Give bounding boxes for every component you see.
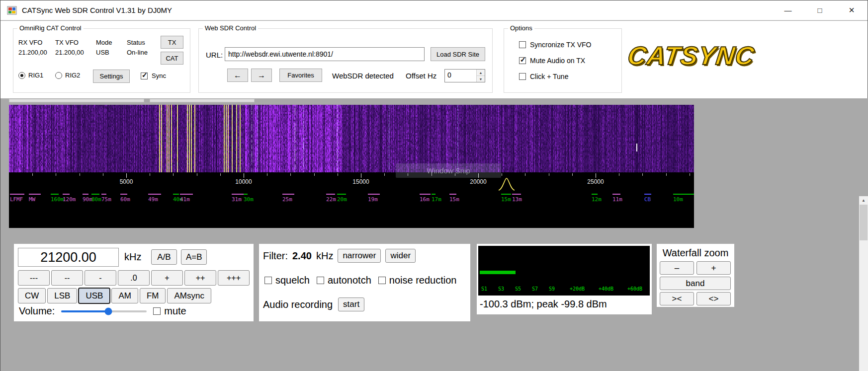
rig1-radio[interactable] [18, 72, 25, 79]
band-label-31m[interactable]: 31m [232, 196, 242, 203]
zoom-shrink-button[interactable]: >< [660, 292, 694, 305]
scale-tick [103, 173, 103, 176]
vfo-aeqb-button[interactable]: A=B [181, 249, 207, 265]
settings-button[interactable]: Settings [93, 70, 130, 83]
band-label-25m[interactable]: 25m [282, 196, 292, 203]
band-label-22m[interactable]: 22m [326, 196, 336, 203]
offset-hz-stepper[interactable]: 0 ▲ ▼ [444, 69, 485, 82]
step-button-+++[interactable]: +++ [218, 270, 250, 286]
band-label-11m[interactable]: 11m [612, 196, 622, 203]
band-label-CB[interactable]: CB [644, 196, 651, 203]
band-label-80m[interactable]: 80m [91, 196, 101, 203]
mode-button-CW[interactable]: CW [18, 288, 46, 303]
band-label-30m[interactable]: 30m [244, 196, 254, 203]
back-arrow-button[interactable]: ← [227, 69, 248, 82]
waterfall-display[interactable]: 500010000150002000025000 LFMFMW160m120m9… [9, 105, 694, 228]
offset-up-icon[interactable]: ▲ [477, 70, 485, 76]
url-input[interactable] [225, 47, 425, 61]
click-tune-checkbox[interactable] [519, 73, 526, 80]
band-label-49m[interactable]: 49m [148, 196, 158, 203]
dsp-options-row: squelch autonotch noise reduction [264, 275, 456, 286]
band-label-13m[interactable]: 13m [512, 196, 522, 203]
sync-option-row[interactable]: Sync [141, 72, 166, 79]
volume-slider-thumb[interactable] [104, 307, 112, 315]
band-label-15m[interactable]: 15m [501, 196, 511, 203]
rig2-radio[interactable] [55, 72, 62, 79]
mode-button-AMsync[interactable]: AMsync [167, 288, 211, 303]
zoom-band-button[interactable]: band [660, 277, 731, 290]
waterfall-canvas[interactable] [9, 105, 694, 172]
rig1-radio-row[interactable]: RIG1 [18, 72, 43, 79]
band-label-MW[interactable]: MW [29, 196, 35, 203]
noise-reduction-checkbox[interactable] [378, 277, 386, 284]
mode-button-USB[interactable]: USB [79, 288, 110, 303]
band-label-90m[interactable]: 90m [83, 196, 92, 203]
squelch-checkbox[interactable] [264, 277, 272, 284]
step-button-+[interactable]: + [151, 270, 183, 286]
scale-tick [314, 173, 315, 176]
scroll-up-icon[interactable]: ▲ [859, 196, 868, 205]
option-click-tune[interactable]: Click + Tune [519, 73, 568, 80]
band-label-75m[interactable]: 75m [101, 196, 111, 203]
narrower-button[interactable]: narrower [338, 249, 381, 263]
autonotch-checkbox[interactable] [317, 277, 324, 284]
mode-button-AM[interactable]: AM [111, 288, 138, 303]
step-button--[interactable]: - [85, 270, 116, 286]
autonotch-option[interactable]: autonotch [317, 275, 371, 286]
option-mute-audio-on-tx[interactable]: Mute Audio on TX [519, 57, 585, 65]
band-label-LF[interactable]: LF [10, 196, 16, 203]
step-button---[interactable]: -- [51, 270, 83, 286]
zoom-expand-button[interactable]: <> [696, 292, 731, 305]
squelch-option[interactable]: squelch [264, 275, 310, 286]
minimize-button[interactable]: — [772, 0, 804, 20]
band-label-60m[interactable]: 60m [120, 196, 130, 203]
signal-strength-reading: -100.3 dBm; peak -99.8 dBm [480, 298, 607, 310]
recording-start-button[interactable]: start [338, 297, 364, 311]
maximize-button[interactable]: □ [804, 0, 836, 20]
band-label-19m[interactable]: 19m [368, 196, 378, 203]
close-button[interactable]: × [836, 0, 868, 20]
tx-button[interactable]: TX [161, 36, 183, 49]
band-label-41m[interactable]: 41m [180, 196, 190, 203]
forward-arrow-button[interactable]: → [251, 69, 272, 82]
wider-button[interactable]: wider [385, 249, 416, 263]
band-label-15m[interactable]: 15m [449, 196, 459, 203]
band-label-MF[interactable]: MF [16, 196, 23, 203]
frequency-input[interactable] [18, 248, 119, 267]
zoom-out-button[interactable]: – [660, 261, 694, 275]
band-label-120m[interactable]: 120m [63, 196, 76, 203]
app-window: CATSync Web SDR Control V1.31 by DJ0MY —… [0, 0, 868, 371]
step-button-++[interactable]: ++ [184, 270, 216, 286]
band-label-160m[interactable]: 160m [51, 196, 64, 203]
band-label-10m[interactable]: 10m [673, 196, 683, 203]
band-label-20m[interactable]: 20m [337, 196, 347, 203]
rig2-radio-row[interactable]: RIG2 [55, 72, 80, 79]
volume-slider[interactable] [61, 310, 147, 312]
band-label-17m[interactable]: 17m [432, 196, 441, 203]
step-button-.0[interactable]: .0 [118, 270, 150, 286]
scrollbar-thumb[interactable] [860, 205, 868, 240]
band-label-16m[interactable]: 16m [420, 196, 430, 203]
zoom-in-button[interactable]: + [696, 261, 731, 275]
sync-checkbox[interactable] [141, 73, 148, 79]
embedded-websdr-page: 500010000150002000025000 LFMFMW160m120m9… [0, 98, 868, 371]
mode-button-FM[interactable]: FM [140, 288, 166, 303]
cat-button[interactable]: CAT [161, 52, 183, 65]
noise-reduction-option[interactable]: noise reduction [378, 275, 457, 286]
mode-value: USB [96, 49, 109, 56]
band-label-12m[interactable]: 12m [592, 196, 602, 203]
mute-option[interactable]: mute [153, 305, 186, 317]
vertical-scrollbar[interactable]: ▲ ▼ [859, 196, 868, 371]
mute-checkbox[interactable] [153, 307, 161, 315]
syncronize-tx-vfo-checkbox[interactable] [519, 41, 526, 48]
mute-audio-on-tx-checkbox[interactable] [519, 57, 526, 64]
step-button----[interactable]: --- [18, 270, 50, 286]
band-extent-line [592, 194, 598, 195]
mode-button-LSB[interactable]: LSB [47, 288, 77, 303]
favorites-button[interactable]: Favorites [279, 69, 322, 82]
load-sdr-site-button[interactable]: Load SDR Site [431, 47, 485, 61]
offset-down-icon[interactable]: ▼ [477, 76, 485, 82]
option-syncronize-tx-vfo[interactable]: Syncronize TX VFO [519, 41, 591, 49]
band-extent-line [368, 194, 380, 195]
vfo-ab-button[interactable]: A/B [151, 249, 177, 265]
